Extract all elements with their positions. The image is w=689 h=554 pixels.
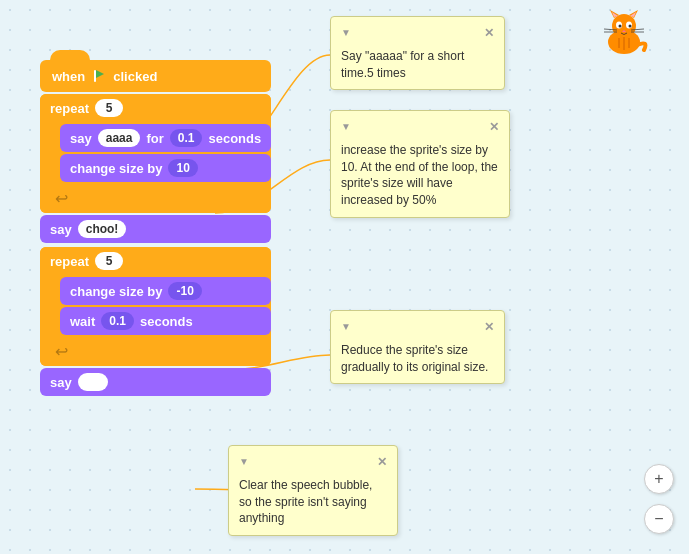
say-choo-block[interactable]: say choo!: [40, 215, 271, 243]
repeat-label-2: repeat: [50, 254, 89, 269]
choo-value[interactable]: choo!: [78, 220, 127, 238]
zoom-in-button[interactable]: +: [644, 464, 674, 494]
tooltip-1: ▼ ✕ Say "aaaaa" for a short time.5 times: [330, 16, 505, 90]
repeat-label-1: repeat: [50, 101, 89, 116]
tooltip-3-arrow[interactable]: ▼: [341, 320, 351, 334]
zoom-in-icon: +: [654, 470, 663, 488]
tooltip-4-close[interactable]: ✕: [377, 454, 387, 471]
tooltip-1-close[interactable]: ✕: [484, 25, 494, 42]
tooltip-2: ▼ ✕ increase the sprite's size by 10. At…: [330, 110, 510, 218]
say-value[interactable]: aaaa: [98, 129, 141, 147]
repeat-block-1[interactable]: repeat 5 say aaaa for 0.1 seconds change…: [40, 94, 271, 213]
repeat-count-2[interactable]: 5: [95, 252, 123, 270]
repeat-arrow-1: ↩: [55, 189, 68, 208]
flag-icon: [91, 68, 107, 84]
tooltip-2-text: increase the sprite's size by 10. At the…: [341, 142, 499, 209]
zoom-out-button[interactable]: −: [644, 504, 674, 534]
wait-label: wait: [70, 314, 95, 329]
svg-marker-1: [96, 70, 104, 78]
change-size-val-1[interactable]: 10: [168, 159, 197, 177]
svg-rect-0: [94, 70, 96, 82]
tooltip-3-close[interactable]: ✕: [484, 319, 494, 336]
tooltip-3-text: Reduce the sprite's size gradually to it…: [341, 342, 494, 376]
repeat-count-1[interactable]: 5: [95, 99, 123, 117]
say-choo-label: say: [50, 222, 72, 237]
change-size-val-2[interactable]: -10: [168, 282, 201, 300]
when-label: when: [52, 69, 85, 84]
say-empty-block[interactable]: say: [40, 368, 271, 396]
tooltip-4-arrow[interactable]: ▼: [239, 455, 249, 469]
change-size-block-1[interactable]: change size by 10: [60, 154, 271, 182]
wait-val[interactable]: 0.1: [101, 312, 134, 330]
zoom-out-icon: −: [654, 510, 663, 528]
change-size-label-1: change size by: [70, 161, 162, 176]
scratch-cat: [599, 10, 649, 55]
repeat-arrow-2: ↩: [55, 342, 68, 361]
svg-point-10: [619, 25, 622, 28]
wait-block[interactable]: wait 0.1 seconds: [60, 307, 271, 335]
when-flag-clicked-block[interactable]: when clicked: [40, 60, 271, 92]
clicked-label: clicked: [113, 69, 157, 84]
say-label: say: [70, 131, 92, 146]
say-empty-input[interactable]: [78, 373, 108, 391]
say-block[interactable]: say aaaa for 0.1 seconds: [60, 124, 271, 152]
tooltip-1-arrow[interactable]: ▼: [341, 26, 351, 40]
svg-point-11: [629, 25, 632, 28]
say-seconds-label: seconds: [208, 131, 261, 146]
repeat-block-2[interactable]: repeat 5 change size by -10 wait 0.1 sec…: [40, 247, 271, 366]
change-size-block-2[interactable]: change size by -10: [60, 277, 271, 305]
tooltip-1-text: Say "aaaaa" for a short time.5 times: [341, 48, 494, 82]
tooltip-3: ▼ ✕ Reduce the sprite's size gradually t…: [330, 310, 505, 384]
for-label: for: [146, 131, 163, 146]
tooltip-2-close[interactable]: ✕: [489, 119, 499, 136]
change-size-label-2: change size by: [70, 284, 162, 299]
tooltip-2-arrow[interactable]: ▼: [341, 120, 351, 134]
wait-seconds-label: seconds: [140, 314, 193, 329]
say-seconds-val[interactable]: 0.1: [170, 129, 203, 147]
say-empty-label: say: [50, 375, 72, 390]
tooltip-4-text: Clear the speech bubble, so the sprite i…: [239, 477, 387, 527]
tooltip-4: ▼ ✕ Clear the speech bubble, so the spri…: [228, 445, 398, 536]
